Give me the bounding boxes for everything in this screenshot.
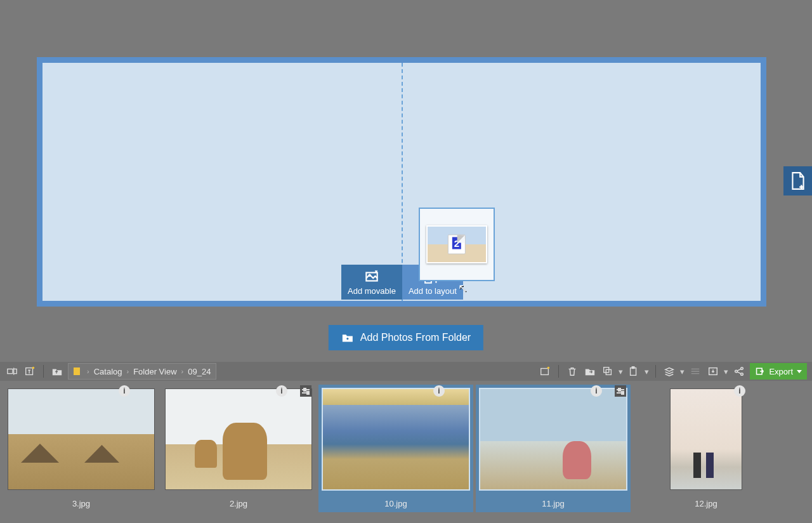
chevron-icon: › xyxy=(85,367,91,375)
browser-toolbar: › Catalog › Folder View › 09_24 ▾ ▾ ▾ ▾ … xyxy=(0,362,812,381)
thumb-caption: 2.jpg xyxy=(230,499,247,508)
chevron-down-icon[interactable]: ▾ xyxy=(724,367,728,376)
adjust-icon[interactable] xyxy=(300,385,311,397)
rename-tool-icon[interactable] xyxy=(5,364,19,378)
svg-rect-8 xyxy=(541,369,549,375)
svg-point-1 xyxy=(369,275,370,276)
breadcrumb: › Catalog › Folder View › 09_24 xyxy=(68,363,216,380)
svg-rect-12 xyxy=(631,368,636,376)
thumb-caption: 3.jpg xyxy=(72,499,90,508)
thumb-image[interactable]: i xyxy=(670,388,742,490)
move-to-folder-icon[interactable] xyxy=(583,364,597,378)
folder-add-icon xyxy=(341,333,354,343)
thumb-caption: 11.jpg xyxy=(542,499,564,508)
svg-rect-5 xyxy=(8,369,13,373)
thumbnail-strip[interactable]: i 3.jpg i 2.jpg i 10.jpg i 11.jpg i 12.j… xyxy=(0,382,812,523)
thumb-1[interactable]: i 2.jpg xyxy=(161,385,316,512)
export-label: Export xyxy=(769,367,793,376)
drag-count-badge: 2 xyxy=(448,235,466,255)
info-icon[interactable]: i xyxy=(591,385,602,397)
svg-point-7 xyxy=(32,367,35,369)
add-page-side-tab[interactable] xyxy=(783,166,812,195)
import-icon[interactable] xyxy=(706,364,720,378)
svg-point-16 xyxy=(741,367,743,370)
folder-bullet-icon xyxy=(74,367,80,375)
thumb-caption: 10.jpg xyxy=(384,499,407,508)
info-icon[interactable]: i xyxy=(276,385,287,397)
svg-point-9 xyxy=(547,367,550,369)
add-photos-from-folder-button[interactable]: Add Photos From Folder xyxy=(329,325,483,350)
info-icon[interactable]: i xyxy=(119,385,130,397)
export-button[interactable]: Export xyxy=(750,363,807,380)
thumb-0[interactable]: i 3.jpg xyxy=(4,385,159,512)
add-movable-button[interactable]: Add movable xyxy=(341,265,402,300)
thumb-3[interactable]: i 11.jpg xyxy=(476,385,631,512)
export-icon xyxy=(755,367,765,376)
chevron-icon: › xyxy=(180,367,186,375)
chevron-down-icon[interactable]: ▾ xyxy=(619,367,623,376)
thumb-image[interactable]: i xyxy=(480,388,627,490)
chevron-down-icon[interactable]: ▾ xyxy=(680,367,684,376)
breadcrumb-item[interactable]: 09_24 xyxy=(188,367,211,376)
new-text-tool-icon[interactable] xyxy=(23,364,37,378)
stack-icon[interactable] xyxy=(662,364,676,378)
thumb-2[interactable]: i 10.jpg xyxy=(318,385,473,512)
drag-preview: 2 xyxy=(419,208,495,281)
drag-count-value: 2 xyxy=(452,237,461,249)
drag-thumb: 2 xyxy=(426,225,487,263)
chevron-down-icon[interactable]: ▾ xyxy=(645,367,649,376)
paste-icon[interactable] xyxy=(627,364,641,378)
copy-dropdown-icon[interactable] xyxy=(601,364,615,378)
page-plus-icon xyxy=(790,171,806,190)
thumb-4[interactable]: i 12.jpg xyxy=(666,385,746,512)
svg-point-17 xyxy=(741,373,743,376)
add-movable-label: Add movable xyxy=(348,286,396,296)
new-album-icon[interactable] xyxy=(538,364,552,378)
chevron-icon: › xyxy=(124,367,131,375)
thumb-caption: 12.jpg xyxy=(695,499,717,508)
add-to-layout-label: Add to layout xyxy=(409,286,457,296)
info-icon[interactable]: i xyxy=(734,385,745,397)
add-photos-label: Add Photos From Folder xyxy=(360,332,471,343)
thumb-image[interactable]: i xyxy=(8,388,155,490)
adjust-disabled-icon xyxy=(688,364,702,378)
adjust-icon[interactable] xyxy=(615,385,626,397)
thumb-image[interactable]: i xyxy=(322,388,469,490)
thumb-image[interactable]: i xyxy=(165,388,312,490)
info-icon[interactable]: i xyxy=(433,385,445,397)
up-folder-icon[interactable] xyxy=(50,364,64,378)
share-icon[interactable] xyxy=(732,364,746,378)
svg-rect-13 xyxy=(632,367,635,369)
delete-icon[interactable] xyxy=(565,364,579,378)
breadcrumb-item[interactable]: Folder View xyxy=(133,367,176,376)
chevron-down-icon[interactable] xyxy=(797,370,802,373)
breadcrumb-item[interactable]: Catalog xyxy=(94,367,122,376)
svg-point-15 xyxy=(735,370,738,373)
